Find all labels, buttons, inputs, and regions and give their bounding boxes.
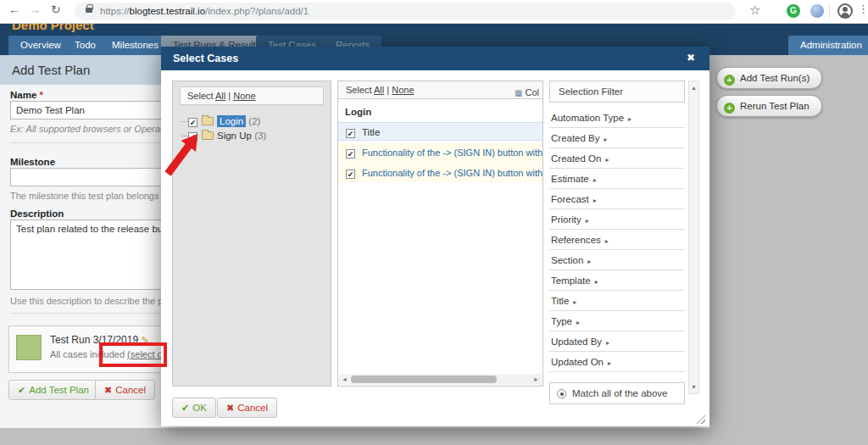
- filter-item-created-on[interactable]: Created On▸: [549, 148, 685, 169]
- ok-button[interactable]: ✔OK: [172, 398, 216, 418]
- tree-guide-line: [181, 121, 188, 122]
- filter-item-created-by[interactable]: Created By▸: [549, 128, 685, 148]
- header-checkbox[interactable]: ✔: [346, 129, 355, 138]
- milestone-label: Milestone: [10, 157, 55, 167]
- toolbar-divider: [829, 5, 830, 18]
- add-test-plan-button[interactable]: ✔Add Test Plan: [8, 380, 98, 400]
- columns-button[interactable]: ▦ Col: [515, 84, 539, 102]
- tree-node-label[interactable]: Sign Up: [217, 131, 252, 141]
- plus-icon: +: [724, 103, 735, 114]
- annotation-arrow: [157, 127, 208, 182]
- check-icon: ✔: [18, 385, 25, 395]
- tab-milestones[interactable]: Milestones: [100, 36, 170, 55]
- tree-node-count: (3): [254, 131, 266, 141]
- cases-select-none-link[interactable]: None: [392, 85, 414, 95]
- chevron-right-icon: ▸: [593, 197, 597, 204]
- filter-item-automation-type[interactable]: Automation Type▸: [549, 108, 685, 128]
- scroll-right-icon[interactable]: ►: [533, 376, 539, 382]
- bookmark-star-icon[interactable]: ☆: [749, 3, 760, 18]
- tree-node-label[interactable]: Login: [217, 115, 246, 127]
- filter-item-forecast[interactable]: Forecast▸: [549, 189, 685, 209]
- milestone-help-text: The milestone this test plan belongs to.: [10, 191, 172, 201]
- filter-item-updated-on[interactable]: Updated On▸: [549, 352, 685, 372]
- dialog-header[interactable]: Select Cases ✖: [161, 47, 709, 70]
- dialog-cancel-button[interactable]: ✖Cancel: [217, 398, 277, 418]
- cross-icon: ✖: [226, 403, 234, 413]
- select-label: Select: [187, 91, 215, 101]
- filter-item-label: Created On: [551, 153, 601, 164]
- filter-item-type[interactable]: Type▸: [549, 311, 685, 331]
- extension-icon-blue[interactable]: [810, 4, 824, 18]
- url-path: /index.php?/plans/add/1: [205, 6, 309, 16]
- menu-dots-icon[interactable]: ⋮: [858, 3, 868, 15]
- refresh-icon[interactable]: ↻: [51, 3, 61, 16]
- close-icon[interactable]: ✖: [687, 52, 695, 64]
- tree-node-login[interactable]: ✔Login (2): [181, 116, 260, 127]
- match-all-label: Match all of the above: [572, 388, 668, 398]
- page-title: Add Test Plan: [12, 63, 90, 77]
- url-text[interactable]: https://blogtest.testrail.io/index.php?/…: [100, 6, 309, 16]
- chevron-right-icon: ▸: [587, 258, 591, 265]
- scrollbar-thumb[interactable]: [351, 375, 497, 383]
- back-icon[interactable]: ←: [8, 3, 20, 16]
- check-icon: ✔: [181, 403, 189, 413]
- chevron-right-icon: ▸: [573, 298, 576, 306]
- section-heading: Login: [345, 107, 371, 117]
- scroll-down-icon[interactable]: ▼: [691, 384, 697, 390]
- profile-icon[interactable]: [837, 3, 853, 19]
- vertical-scrollbar[interactable]: ▲ ▼: [688, 81, 699, 394]
- case-title-link[interactable]: Functionality of the -> (SIGN IN) button…: [362, 147, 542, 158]
- add-test-plan-label: Add Test Plan: [29, 385, 89, 395]
- filter-item-title[interactable]: Title▸: [549, 291, 685, 311]
- chevron-right-icon: ▸: [628, 115, 632, 123]
- filter-item-label: Forecast: [551, 194, 589, 204]
- description-label: Description: [10, 209, 64, 219]
- form-cancel-label: Cancel: [115, 385, 146, 395]
- resize-handle[interactable]: [696, 414, 705, 424]
- filter-item-label: Template: [551, 275, 591, 286]
- cases-select-bar: Select All | None▦ Col: [337, 81, 543, 99]
- case-checkbox[interactable]: ✔: [346, 170, 355, 179]
- match-all-option[interactable]: Match all of the above: [549, 382, 685, 404]
- filter-item-priority[interactable]: Priority▸: [549, 209, 685, 230]
- select-cases-dialog: Select Cases ✖ Select All | None ✔Login …: [161, 47, 709, 426]
- rerun-test-plan-button[interactable]: +Rerun Test Plan: [716, 95, 822, 117]
- tree-select-all-link[interactable]: All: [215, 91, 225, 101]
- add-test-runs-button[interactable]: +Add Test Run(s): [716, 67, 822, 89]
- filter-item-updated-by[interactable]: Updated By▸: [549, 331, 685, 352]
- tab-administration[interactable]: Administration: [788, 36, 868, 55]
- cases-select-all-link[interactable]: All: [374, 85, 384, 95]
- filter-item-label: Created By: [551, 133, 600, 143]
- filter-item-section[interactable]: Section▸: [549, 250, 685, 270]
- horizontal-scrollbar[interactable]: ◄ ►: [339, 374, 542, 385]
- filter-item-label: Section: [551, 255, 583, 265]
- tree-select-bar: Select All | None: [180, 86, 324, 105]
- plus-icon: +: [724, 75, 735, 86]
- address-bar[interactable]: https://blogtest.testrail.io/index.php?/…: [75, 3, 736, 20]
- browser-toolbar: ← → ↻ https://blogtest.testrail.io/index…: [0, 0, 868, 24]
- cases-header-row[interactable]: ✔Title: [338, 122, 542, 141]
- filter-item-template[interactable]: Template▸: [549, 270, 685, 291]
- forward-icon[interactable]: →: [29, 3, 41, 16]
- name-label: Name *: [10, 90, 43, 100]
- scroll-left-icon[interactable]: ◄: [342, 376, 348, 382]
- extension-icon-green[interactable]: G: [787, 4, 800, 18]
- case-row-1[interactable]: ✔Functionality of the -> (SIGN IN) butto…: [338, 143, 542, 162]
- radio-selected-icon[interactable]: [557, 389, 566, 398]
- select-label: Select: [346, 85, 374, 95]
- form-cancel-button[interactable]: ✖Cancel: [95, 380, 155, 400]
- tree-select-none-link[interactable]: None: [233, 91, 255, 101]
- columns-button-label: Col: [525, 87, 539, 97]
- filter-item-label: References: [551, 235, 601, 245]
- filter-item-references[interactable]: References▸: [549, 230, 685, 250]
- case-row-2[interactable]: ✔Functionality of the -> (SIGN IN) butto…: [338, 164, 542, 182]
- tree-checkbox-login[interactable]: ✔: [188, 118, 198, 127]
- filter-item-label: Updated By: [551, 337, 602, 347]
- filter-item-estimate[interactable]: Estimate▸: [549, 169, 685, 189]
- case-checkbox[interactable]: ✔: [346, 149, 355, 159]
- scroll-up-icon[interactable]: ▲: [691, 85, 697, 91]
- chevron-right-icon: ▸: [606, 339, 609, 347]
- cross-icon: ✖: [104, 385, 112, 395]
- selection-filter-panel: Selection Filter Automation Type▸ Create…: [549, 81, 685, 404]
- case-title-link[interactable]: Functionality of the -> (SIGN IN) button…: [362, 168, 542, 178]
